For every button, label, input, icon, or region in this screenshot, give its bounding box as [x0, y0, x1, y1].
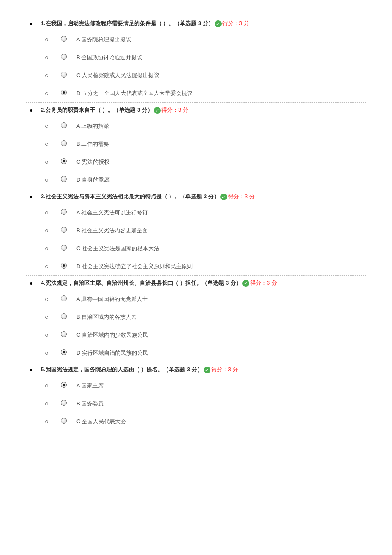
option-text: A.上级的指派	[76, 123, 109, 129]
question-text: 5.我国宪法规定，国务院总理的人选由（ ）提名。（单选题 3 分）	[41, 366, 203, 373]
bullet-circle-icon	[45, 74, 48, 77]
question-row: 4.宪法规定，自治区主席、自治州州长、自治县县长由（ ）担任。（单选题 3 分）…	[26, 277, 366, 289]
check-icon: ✓	[242, 280, 249, 287]
radio-button[interactable]	[61, 400, 67, 406]
radio-button[interactable]	[61, 36, 67, 42]
radio-button[interactable]	[61, 176, 67, 182]
check-icon: ✓	[220, 194, 227, 200]
bullet-circle-icon	[45, 92, 48, 95]
option-text: B.社会主义宪法内容更加全面	[76, 227, 148, 234]
question-row: 3.社会主义宪法与资本主义宪法相比最大的特点是（ ）。（单选题 3 分）✓得分：…	[26, 190, 366, 203]
question-row: 1.在我国，启动宪法修改程序需要满足的条件是（ ）。（单选题 3 分）✓得分：3…	[26, 17, 366, 30]
divider	[26, 431, 366, 431]
radio-button[interactable]	[61, 72, 67, 78]
question-text: 3.社会主义宪法与资本主义宪法相比最大的特点是（ ）。（单选题 3 分）	[41, 193, 219, 199]
radio-button[interactable]	[61, 331, 67, 337]
bullet-circle-icon	[45, 247, 48, 250]
option-text: A.社会主义宪法可以进行修订	[76, 209, 148, 216]
option-row: C.自治区域内的少数民族公民	[26, 325, 366, 343]
option-text: C.全国人民代表大会	[76, 418, 126, 425]
bullet-circle-icon	[45, 38, 48, 41]
option-row: C.宪法的授权	[26, 152, 366, 170]
option-text: A.国家主席	[76, 382, 104, 389]
option-text: B.全国政协讨论通过并提议	[76, 54, 142, 61]
radio-button[interactable]	[61, 349, 67, 355]
question-text: 1.在我国，启动宪法修改程序需要满足的条件是（ ）。（单选题 3 分）	[41, 20, 214, 26]
bullet-disc-icon	[30, 369, 32, 371]
option-text: B.工作的需要	[76, 141, 109, 147]
option-row: A.国家主席	[26, 376, 366, 394]
option-row: A.社会主义宪法可以进行修订	[26, 203, 366, 221]
option-text: D.实行区域自治的民族的公民	[76, 350, 148, 356]
radio-button[interactable]	[61, 209, 67, 215]
bullet-circle-icon	[45, 352, 48, 355]
score-label: 得分：3 分	[250, 280, 277, 286]
bullet-circle-icon	[45, 402, 48, 405]
check-icon: ✓	[204, 367, 210, 373]
score-label: 得分：3 分	[161, 107, 188, 113]
radio-button[interactable]	[61, 227, 67, 233]
check-icon: ✓	[154, 107, 161, 114]
option-text: C.宪法的授权	[76, 159, 110, 165]
option-row: A.国务院总理提出提议	[26, 30, 366, 48]
bullet-circle-icon	[45, 420, 48, 423]
bullet-circle-icon	[45, 56, 48, 59]
radio-button[interactable]	[61, 122, 67, 128]
question-row: 2.公务员的职责来自于（ ）。（单选题 3 分）✓得分：3 分	[26, 104, 366, 116]
bullet-circle-icon	[45, 384, 48, 387]
radio-button[interactable]	[61, 54, 67, 60]
option-row: C.人民检察院或人民法院提出提议	[26, 66, 366, 84]
bullet-circle-icon	[45, 334, 48, 337]
score-label: 得分：3 分	[222, 20, 249, 26]
divider	[26, 189, 366, 189]
bullet-circle-icon	[45, 229, 48, 232]
radio-button[interactable]	[61, 245, 67, 251]
option-row: D.五分之一全国人大代表或全国人大常委会提议	[26, 84, 366, 101]
option-row: C.社会主义宪法是国家的根本大法	[26, 239, 366, 257]
question-text: 4.宪法规定，自治区主席、自治州州长、自治县县长由（ ）担任。（单选题 3 分）	[41, 280, 242, 286]
option-text: C.自治区域内的少数民族公民	[76, 332, 148, 338]
bullet-disc-icon	[30, 23, 32, 25]
radio-button[interactable]	[61, 382, 67, 388]
option-text: B.国务委员	[76, 400, 104, 407]
option-row: A.上级的指派	[26, 116, 366, 134]
radio-button[interactable]	[61, 158, 67, 164]
bullet-circle-icon	[45, 179, 48, 182]
option-row: B.社会主义宪法内容更加全面	[26, 221, 366, 239]
bullet-disc-icon	[30, 282, 32, 285]
radio-button[interactable]	[61, 313, 67, 319]
option-text: D.社会主义宪法确立了社会主义原则和民主原则	[76, 263, 193, 269]
bullet-circle-icon	[45, 211, 48, 214]
option-text: C.人民检察院或人民法院提出提议	[76, 72, 159, 78]
option-row: B.工作的需要	[26, 134, 366, 152]
bullet-disc-icon	[30, 109, 32, 112]
option-text: B.自治区域内的各族人民	[76, 314, 137, 320]
option-row: D.自身的意愿	[26, 170, 366, 188]
option-row: B.全国政协讨论通过并提议	[26, 48, 366, 66]
option-row: B.自治区域内的各族人民	[26, 307, 366, 325]
radio-button[interactable]	[61, 140, 67, 146]
question-text: 2.公务员的职责来自于（ ）。（单选题 3 分）	[41, 107, 153, 113]
option-row: C.全国人民代表大会	[26, 412, 366, 430]
option-row: B.国务委员	[26, 394, 366, 412]
bullet-circle-icon	[45, 161, 48, 164]
bullet-circle-icon	[45, 265, 48, 268]
divider	[26, 102, 366, 103]
option-row: A.具有中国国籍的无党派人士	[26, 289, 366, 307]
score-label: 得分：3 分	[211, 366, 238, 373]
check-icon: ✓	[215, 20, 222, 27]
bullet-circle-icon	[45, 143, 48, 146]
bullet-circle-icon	[45, 125, 48, 128]
radio-button[interactable]	[61, 263, 67, 269]
option-text: A.具有中国国籍的无党派人士	[76, 296, 148, 302]
radio-button[interactable]	[61, 90, 67, 95]
bullet-circle-icon	[45, 298, 48, 301]
option-text: D.五分之一全国人大代表或全国人大常委会提议	[76, 90, 193, 96]
score-label: 得分：3 分	[228, 193, 255, 199]
radio-button[interactable]	[61, 418, 67, 424]
bullet-circle-icon	[45, 316, 48, 319]
option-row: D.实行区域自治的民族的公民	[26, 343, 366, 361]
option-text: D.自身的意愿	[76, 176, 110, 183]
radio-button[interactable]	[61, 295, 67, 301]
option-text: C.社会主义宪法是国家的根本大法	[76, 245, 159, 251]
